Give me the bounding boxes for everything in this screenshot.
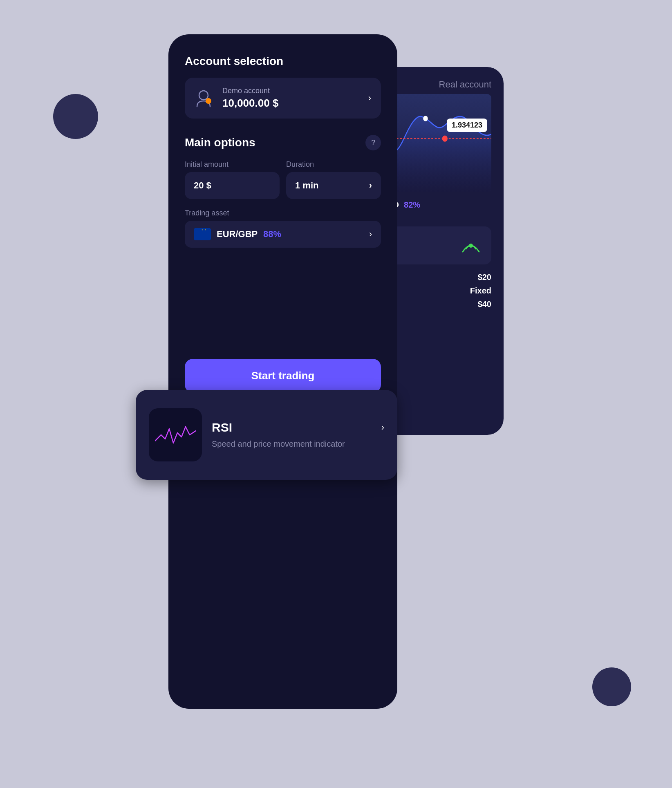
account-balance: 10,000.00 $ (222, 97, 361, 110)
rsi-spacer (185, 261, 381, 359)
account-icon (195, 88, 215, 108)
trading-asset-name: EUR/GBP 88% (217, 229, 363, 240)
bg-circle-2 (592, 667, 631, 706)
svg-point-5 (206, 98, 211, 104)
options-grid: Initial amount 20 $ Duration 1 min › (185, 160, 381, 199)
main-options-header: Main options ? (185, 135, 381, 150)
trading-asset-input[interactable]: EUR/GBP 88% › (185, 221, 381, 248)
duration-label: Duration (286, 160, 381, 169)
initial-amount-input[interactable]: 20 $ (185, 172, 280, 199)
duration-input[interactable]: 1 min › (286, 172, 381, 199)
account-info: Demo account 10,000.00 $ (222, 87, 361, 110)
rsi-title: RSI (212, 421, 232, 434)
account-chevron-icon: › (368, 93, 371, 103)
rsi-description: Speed and price movement indicator (212, 439, 384, 449)
initial-amount-label: Initial amount (185, 160, 280, 169)
asset-chevron-icon: › (369, 229, 372, 240)
rsi-header: RSI › (212, 421, 384, 434)
eu-flag-icon (194, 228, 211, 240)
asset-pct-sm: 82% (404, 200, 420, 210)
svg-point-1 (423, 116, 428, 121)
main-options-title: Main options (185, 136, 255, 149)
account-card[interactable]: Demo account 10,000.00 $ › (185, 78, 381, 119)
account-type: Demo account (222, 87, 361, 95)
duration-chevron-icon: › (369, 180, 372, 191)
trading-asset-section: Trading asset EUR/GBP 88% (185, 209, 381, 248)
svg-point-4 (199, 91, 208, 100)
main-card: Account selection Demo account 10,000.00… (168, 34, 397, 709)
help-button[interactable]: ? (365, 135, 381, 150)
price-bubble: 1.934123 (447, 119, 487, 132)
phone-wrapper: Real account (168, 34, 504, 754)
trading-asset-pct: 88% (263, 229, 281, 239)
initial-amount-group: Initial amount 20 $ (185, 160, 280, 199)
duration-value: 1 min (295, 180, 318, 191)
trading-asset-label: Trading asset (185, 209, 381, 217)
rsi-card[interactable]: RSI › Speed and price movement indicator (136, 390, 397, 480)
duration-group: Duration 1 min › (286, 160, 381, 199)
account-selection-title: Account selection (185, 55, 381, 68)
start-trading-button[interactable]: Start trading (185, 359, 381, 393)
signal-icon (459, 237, 483, 254)
bg-circle-1 (53, 94, 98, 139)
rsi-content: RSI › Speed and price movement indicator (212, 421, 384, 449)
initial-amount-value: 20 $ (194, 180, 211, 191)
rsi-chevron-icon[interactable]: › (381, 422, 384, 433)
svg-point-2 (442, 135, 448, 141)
rsi-icon-box (149, 408, 202, 461)
